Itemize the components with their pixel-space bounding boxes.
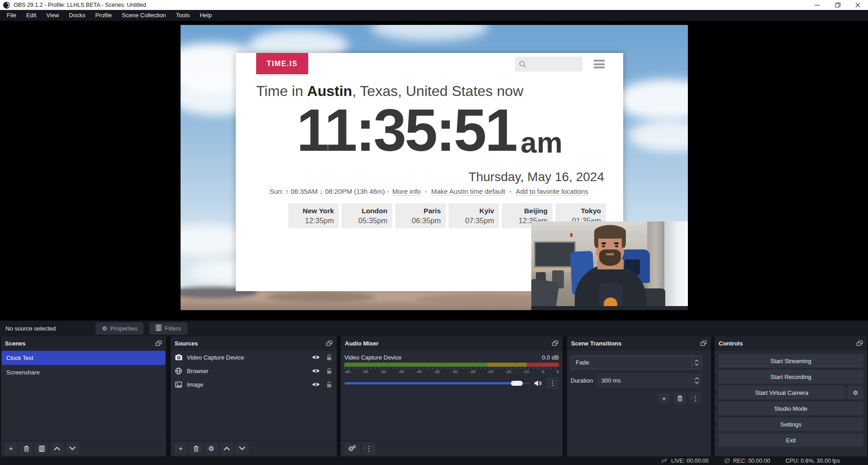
broadcast-off-icon bbox=[660, 458, 668, 464]
scene-filters-button[interactable] bbox=[35, 443, 48, 455]
restore-button[interactable] bbox=[827, 0, 848, 10]
popout-icon[interactable] bbox=[856, 340, 863, 347]
timeis-date: Thursday, May 16, 2024 bbox=[468, 170, 604, 184]
sources-toolbar: ＋ ⚙ bbox=[171, 440, 337, 456]
dock-panels: Scenes Clock Test Screenshare ＋ bbox=[0, 336, 868, 456]
menu-file[interactable]: File bbox=[2, 10, 21, 21]
minimize-button[interactable] bbox=[807, 0, 827, 10]
mixer-channel-name: Video Capture Device bbox=[344, 354, 401, 361]
volume-slider-handle[interactable] bbox=[511, 381, 523, 386]
menu-edit[interactable]: Edit bbox=[21, 10, 41, 21]
mixer-channel-menu-button[interactable]: ⋮ bbox=[546, 377, 559, 389]
remove-source-button[interactable] bbox=[190, 443, 202, 455]
source-properties-button[interactable]: ⚙ bbox=[205, 443, 218, 455]
settings-button[interactable]: Settings bbox=[718, 417, 863, 431]
mixer-menu-button[interactable]: ⋮ bbox=[362, 443, 375, 455]
search-icon bbox=[519, 60, 527, 68]
mixer-channel: Video Capture Device 0.0 dB -60-55 -50-4… bbox=[341, 350, 563, 389]
add-transition-button[interactable]: ＋ bbox=[658, 393, 670, 404]
preview-area: TIME.IS Time in Austin, Texas, United St… bbox=[0, 21, 868, 321]
visibility-eye-icon[interactable] bbox=[312, 382, 320, 387]
spin-up-icon[interactable] bbox=[695, 377, 699, 380]
desk-edge bbox=[531, 306, 688, 310]
popout-icon[interactable] bbox=[700, 340, 707, 347]
exit-button[interactable]: Exit bbox=[718, 433, 863, 447]
sun-times: Sun: ↑ 06:35AM ↓ 08:20PM (13h 46m) - bbox=[269, 187, 389, 195]
audio-mixer-panel: Audio Mixer Video Capture Device 0.0 dB bbox=[341, 336, 563, 456]
scene-item-screenshare[interactable]: Screenshare bbox=[2, 365, 165, 379]
lock-icon[interactable] bbox=[326, 354, 332, 360]
move-scene-up-button[interactable] bbox=[51, 443, 63, 455]
volume-slider[interactable] bbox=[344, 380, 530, 386]
globe-icon bbox=[175, 368, 183, 374]
menu-profile[interactable]: Profile bbox=[90, 10, 117, 21]
record-off-icon bbox=[724, 458, 730, 464]
transition-select-arrows[interactable] bbox=[692, 356, 701, 369]
source-row-image[interactable]: Image bbox=[171, 378, 337, 391]
controls-panel: Controls Start Streaming Start Recording… bbox=[715, 336, 867, 456]
properties-button[interactable]: ⚙ Properties bbox=[95, 322, 143, 335]
filters-button[interactable]: Filters bbox=[149, 322, 187, 335]
remove-transition-button[interactable] bbox=[673, 393, 686, 404]
volume-meter bbox=[344, 363, 559, 367]
meter-segment-yellow bbox=[487, 363, 527, 367]
start-streaming-button[interactable]: Start Streaming bbox=[718, 354, 863, 368]
add-scene-button[interactable]: ＋ bbox=[5, 443, 17, 455]
status-bar: LIVE: 00:00:00 REC: 00:00:00 CPU: 0.6%, … bbox=[0, 456, 868, 465]
transition-select[interactable]: Fade bbox=[571, 355, 702, 369]
filter-icon bbox=[156, 325, 162, 332]
speaker-icon[interactable] bbox=[534, 380, 542, 387]
transition-properties-button[interactable]: ⋮ bbox=[689, 393, 702, 404]
start-virtual-camera-button[interactable]: Start Virtual Camera bbox=[718, 386, 845, 399]
scene-item-clock-test[interactable]: Clock Test bbox=[2, 351, 165, 365]
move-source-down-button[interactable] bbox=[236, 443, 248, 455]
obs-window: OBS 29.1.2 - Profile: LLHLS BETA - Scene… bbox=[0, 0, 868, 465]
menu-help[interactable]: Help bbox=[195, 10, 217, 21]
city-box-paris: Paris 06:35pm bbox=[395, 203, 446, 228]
menu-tools[interactable]: Tools bbox=[171, 10, 195, 21]
webcam-video bbox=[531, 221, 688, 310]
popout-icon[interactable] bbox=[155, 340, 162, 347]
more-info-link: More info bbox=[392, 187, 421, 196]
timeis-sun-line: Sun: ↑ 06:35AM ↓ 08:20PM (13h 46m) - Mor… bbox=[236, 187, 623, 195]
scenes-panel: Scenes Clock Test Screenshare ＋ bbox=[1, 336, 166, 456]
source-row-browser[interactable]: Browser bbox=[171, 364, 337, 378]
menu-scene-collection[interactable]: Scene Collection bbox=[117, 10, 171, 21]
title-bar: OBS 29.1.2 - Profile: LLHLS BETA - Scene… bbox=[0, 0, 868, 10]
close-button[interactable] bbox=[848, 0, 868, 10]
cpu-status: CPU: 0.6%, 30.00 fps bbox=[786, 458, 840, 464]
person-beard bbox=[599, 249, 621, 266]
clock-ampm: am bbox=[520, 128, 563, 157]
timeis-clock: 11:35:51 am bbox=[236, 96, 623, 164]
remove-scene-button[interactable] bbox=[20, 443, 33, 455]
hamburger-menu-icon bbox=[594, 60, 605, 68]
duration-spinbox[interactable]: 300 ms bbox=[597, 374, 702, 388]
move-source-up-button[interactable] bbox=[220, 443, 233, 455]
office-window-right bbox=[663, 221, 688, 310]
live-status: LIVE: 00:00:00 bbox=[660, 458, 709, 464]
virtual-camera-settings-button[interactable]: ⚙ bbox=[847, 386, 863, 399]
move-scene-down-button[interactable] bbox=[66, 443, 79, 455]
studio-mode-button[interactable]: Studio Mode bbox=[718, 402, 863, 415]
lock-icon[interactable] bbox=[326, 368, 332, 374]
popout-icon[interactable] bbox=[326, 340, 333, 347]
volume-fill bbox=[344, 382, 517, 384]
visibility-eye-icon[interactable] bbox=[312, 368, 320, 374]
popout-icon[interactable] bbox=[552, 340, 558, 347]
source-row-video-capture[interactable]: Video Capture Device bbox=[171, 350, 337, 364]
menu-docks[interactable]: Docks bbox=[64, 10, 90, 21]
add-source-button[interactable]: ＋ bbox=[174, 443, 187, 455]
meter-segment-green bbox=[344, 363, 487, 367]
advanced-audio-button[interactable]: ⚙⚙ bbox=[344, 443, 360, 455]
clock-digits: 11:35:51 bbox=[296, 96, 516, 164]
mixer-level-db: 0.0 dB bbox=[542, 354, 559, 361]
visibility-eye-icon[interactable] bbox=[312, 355, 320, 360]
lock-icon[interactable] bbox=[326, 381, 332, 388]
scenes-toolbar: ＋ bbox=[1, 440, 166, 456]
start-recording-button[interactable]: Start Recording bbox=[718, 370, 863, 384]
spin-down-icon[interactable] bbox=[695, 381, 699, 384]
timeis-logo: TIME.IS bbox=[256, 53, 308, 74]
person-hair bbox=[594, 225, 626, 239]
menu-view[interactable]: View bbox=[41, 10, 64, 21]
preview-canvas[interactable]: TIME.IS Time in Austin, Texas, United St… bbox=[181, 25, 688, 310]
